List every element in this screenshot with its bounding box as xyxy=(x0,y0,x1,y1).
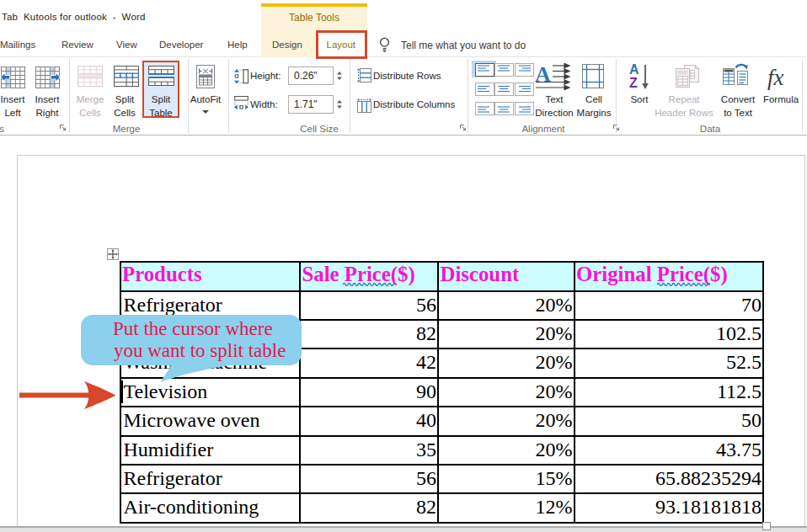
svg-text:Z: Z xyxy=(629,76,638,90)
svg-text:Put the cursor where: Put the cursor where xyxy=(113,318,273,339)
svg-text:A: A xyxy=(629,62,639,77)
svg-text:you want to split table: you want to split table xyxy=(114,340,286,361)
svg-text:A: A xyxy=(535,62,551,87)
